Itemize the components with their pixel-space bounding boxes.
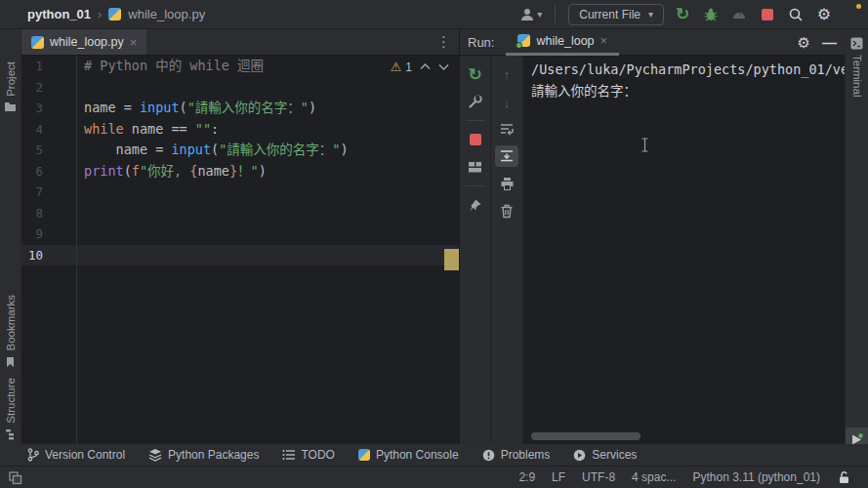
up-stacktrace-button[interactable]: ↑: [495, 63, 518, 85]
layout-grid-icon: [468, 161, 482, 174]
toolwindow-switcher-button[interactable]: [0, 470, 22, 485]
code-line-4[interactable]: 4while name == "":: [21, 119, 459, 141]
toolwindow-button-python-console[interactable]: Python Console: [358, 448, 459, 462]
toolwindow-button-project[interactable]: Project: [0, 61, 21, 112]
edit-run-config-button[interactable]: [464, 91, 487, 112]
account-menu[interactable]: ▾: [519, 7, 542, 22]
close-icon[interactable]: ×: [600, 33, 608, 48]
code-line-8[interactable]: 8: [21, 203, 459, 224]
search-everywhere-button[interactable]: [786, 5, 806, 24]
clear-console-button[interactable]: [495, 200, 518, 222]
line-number[interactable]: 1: [21, 56, 76, 77]
code-line-5[interactable]: 5 name = input("請輸入你的名字："): [21, 140, 459, 161]
code-line-9[interactable]: 9: [21, 224, 459, 245]
toolwindow-button-terminal[interactable]: Terminal: [846, 37, 868, 97]
code-line-10[interactable]: 10: [21, 245, 459, 266]
toolwindow-label: Python Packages: [168, 448, 259, 462]
toolwindow-button-todo[interactable]: TODO: [282, 448, 334, 462]
caret-position[interactable]: 2:9: [518, 470, 535, 484]
line-number[interactable]: 2: [21, 77, 76, 99]
run-tab-while-loop[interactable]: while_loop ×: [506, 29, 619, 56]
rerun-button[interactable]: ↻: [464, 63, 487, 85]
warning-icon: ⚠: [391, 60, 402, 74]
line-ending[interactable]: LF: [552, 470, 565, 484]
toolwindow-button-python-packages[interactable]: Python Packages: [148, 448, 259, 462]
toolwindow-button-bookmarks[interactable]: Bookmarks: [0, 295, 21, 368]
pin-tab-button[interactable]: [464, 194, 487, 216]
toolwindow-label: Python Console: [376, 448, 459, 462]
line-number[interactable]: 4: [21, 119, 76, 141]
code-line-7[interactable]: 7: [21, 182, 459, 203]
debug-button[interactable]: [701, 5, 721, 24]
soft-wrap-icon: [499, 122, 515, 136]
bug-icon: [703, 7, 719, 22]
packages-icon: [148, 448, 162, 462]
soft-wrap-button[interactable]: [495, 118, 518, 140]
toolwindow-button-version-control[interactable]: Version Control: [27, 448, 125, 462]
notification-dot: [856, 4, 861, 9]
down-stacktrace-button[interactable]: ↓: [495, 91, 518, 112]
prev-problem-chevron-up-icon[interactable]: [420, 63, 431, 70]
tab-options-kebab-icon[interactable]: ⋮: [436, 33, 451, 51]
next-problem-chevron-down-icon[interactable]: [438, 63, 449, 70]
line-number[interactable]: 5: [21, 140, 76, 161]
rerun-icon: ↻: [468, 66, 481, 83]
unlock-icon[interactable]: [837, 470, 850, 484]
stop-process-button[interactable]: [464, 129, 487, 150]
python-file-icon: [108, 8, 121, 20]
code-line-3[interactable]: 3name = input("請輸入你的名字："): [21, 98, 459, 119]
scroll-to-end-button[interactable]: [495, 145, 518, 167]
print-button[interactable]: [495, 173, 518, 194]
toolbar-separator: [555, 6, 556, 23]
settings-button[interactable]: ⚙: [814, 5, 834, 24]
code-line-2[interactable]: 2: [21, 77, 459, 99]
scrollbar-warning-mark[interactable]: [444, 249, 459, 270]
breadcrumb-project[interactable]: python_01: [27, 7, 91, 21]
line-number[interactable]: 7: [21, 182, 76, 203]
line-number[interactable]: 6: [21, 161, 76, 183]
toolwindow-button-problems[interactable]: Problems: [482, 448, 551, 462]
code-editor[interactable]: 1# Python 中的 while 迴圈23name = input("請輸入…: [21, 56, 459, 444]
breadcrumb-file[interactable]: while_loop.py: [128, 7, 205, 21]
toolwindow-label: Version Control: [45, 448, 125, 462]
line-number[interactable]: 8: [21, 203, 76, 224]
indent-setting[interactable]: 4 spac...: [632, 470, 676, 484]
run-button[interactable]: ↻: [673, 5, 692, 24]
run-config-selector[interactable]: Current File ▾: [568, 4, 664, 25]
close-icon[interactable]: ×: [130, 35, 138, 50]
editor-tab-while-loop[interactable]: while_loop.py ×: [21, 29, 146, 55]
line-number[interactable]: 10: [21, 245, 76, 266]
toolwindow-button-structure[interactable]: Structure: [0, 378, 21, 440]
status-widgets: 2:9 LF UTF-8 4 spac... Python 3.11 (pyth…: [518, 470, 868, 484]
warning-count[interactable]: 1: [405, 61, 412, 74]
python-file-icon: [31, 36, 44, 49]
stop-icon: [762, 9, 773, 20]
code-text: [76, 224, 84, 245]
line-number[interactable]: 3: [21, 98, 76, 119]
profiler-button[interactable]: [729, 5, 749, 24]
toolwindow-label: Terminal: [851, 55, 863, 97]
toolwindow-label: Services: [592, 448, 637, 462]
run-toolwindow-header: Run: while_loop × ⚙ —: [460, 29, 845, 56]
python-interpreter[interactable]: Python 3.11 (python_01): [692, 470, 820, 484]
line-number[interactable]: 9: [21, 224, 76, 245]
toolwindow-button-services[interactable]: Services: [573, 448, 637, 462]
terminal-icon: [850, 37, 863, 50]
run-icon: ↻: [676, 6, 689, 22]
stop-button[interactable]: [758, 5, 777, 24]
chevron-down-icon: ▾: [648, 9, 653, 20]
editor-tab-bar: while_loop.py × ⋮: [21, 29, 459, 56]
plugin-logo-button[interactable]: [843, 6, 860, 23]
code-text: [76, 245, 84, 266]
horizontal-scrollbar-thumb[interactable]: [531, 432, 641, 440]
console-output: /Users/luka/PycharmProjects/python_01/ve…: [523, 56, 845, 102]
hide-toolwindow-minus-icon[interactable]: —: [822, 34, 837, 51]
printer-icon: [500, 177, 515, 190]
run-console[interactable]: /Users/luka/PycharmProjects/python_01/ve…: [523, 56, 845, 444]
code-line-6[interactable]: 6print(f"你好, {name}！"): [21, 161, 459, 183]
restore-layout-button[interactable]: [464, 156, 487, 178]
chevron-down-icon: ▾: [537, 9, 542, 20]
file-encoding[interactable]: UTF-8: [582, 470, 615, 484]
run-settings-gear-icon[interactable]: ⚙: [798, 35, 810, 50]
inspection-widget: ⚠ 1: [391, 60, 449, 74]
